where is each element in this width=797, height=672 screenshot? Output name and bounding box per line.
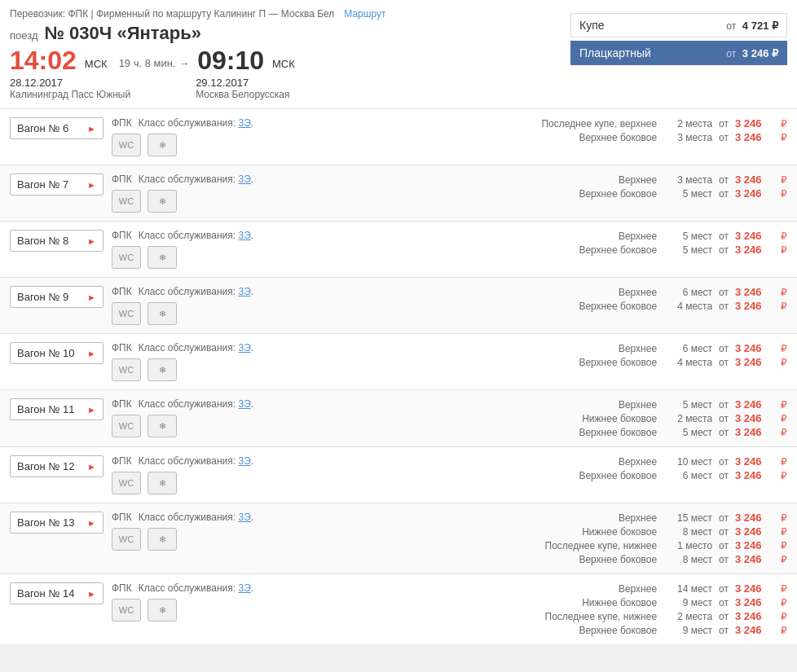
ticket-type-kupe[interactable]: Купе от 4 721 ₽ bbox=[570, 13, 787, 37]
seat-count: 9 мест bbox=[663, 625, 712, 636]
ticket-types-panel: Купе от 4 721 ₽ Плацкартный от 3 246 ₽ bbox=[561, 7, 797, 72]
service-class-link[interactable]: 3Э bbox=[238, 173, 250, 185]
service-class-link[interactable]: 3Э bbox=[238, 582, 250, 594]
train-label: поезд bbox=[10, 29, 37, 42]
seat-row: Верхнее боковое 4 места от 3 246 ₽ bbox=[283, 356, 787, 368]
price-prefix: от bbox=[719, 526, 729, 538]
seat-count: 15 мест bbox=[663, 512, 712, 524]
wagon-button[interactable]: Вагон № 11► bbox=[10, 398, 103, 420]
carrier-info: Перевозчик: ФПК | Фирменный по маршруту … bbox=[10, 8, 334, 20]
seat-type: Верхнее bbox=[535, 343, 657, 354]
price-currency: ₽ bbox=[781, 427, 787, 438]
seat-price: 3 246 bbox=[735, 455, 774, 468]
wagon-icons-row: WC❄ bbox=[112, 134, 275, 156]
wagon-button[interactable]: Вагон № 13► bbox=[10, 512, 103, 534]
seat-price: 3 246 bbox=[735, 624, 774, 636]
price-prefix: от bbox=[719, 399, 729, 411]
wagon-icons-row: WC❄ bbox=[112, 246, 275, 269]
wagon-button[interactable]: Вагон № 10► bbox=[10, 342, 103, 364]
price-currency: ₽ bbox=[781, 540, 787, 551]
seat-count: 14 мест bbox=[663, 583, 712, 595]
service-class-link[interactable]: 3Э bbox=[238, 117, 250, 129]
wagon-info-row: ФПККласс обслуживания: 3Э. bbox=[112, 582, 275, 594]
seat-type: Верхнее bbox=[535, 399, 657, 411]
seat-count: 3 места bbox=[663, 132, 712, 143]
service-class-link[interactable]: 3Э bbox=[238, 230, 250, 241]
snowflake-icon: ❄ bbox=[148, 302, 177, 325]
wagon-info-row: ФПККласс обслуживания: 3Э. bbox=[112, 230, 275, 241]
kupe-price: от 4 721 ₽ bbox=[726, 20, 778, 32]
service-class: Класс обслуживания: 3Э. bbox=[139, 398, 253, 410]
wagon-button[interactable]: Вагон № 12► bbox=[10, 455, 103, 477]
wagon-number-label: Вагон № 12 bbox=[17, 460, 74, 472]
wagon-info-row: ФПККласс обслуживания: 3Э. bbox=[112, 512, 275, 523]
seat-type: Верхнее bbox=[535, 512, 657, 524]
service-class: Класс обслуживания: 3Э. bbox=[139, 117, 253, 129]
seats-panel: Верхнее 5 мест от 3 246 ₽ Нижнее боковое… bbox=[283, 398, 787, 438]
price-currency: ₽ bbox=[781, 597, 787, 608]
wagon-button[interactable]: Вагон № 8► bbox=[10, 230, 103, 252]
seat-type: Верхнее bbox=[535, 287, 657, 298]
price-currency: ₽ bbox=[781, 118, 787, 130]
wagon-row: Вагон № 6►ФПККласс обслуживания: 3Э.WC❄ … bbox=[0, 108, 797, 165]
wagon-number-label: Вагон № 9 bbox=[17, 291, 68, 303]
seat-row: Нижнее боковое 2 места от 3 246 ₽ bbox=[283, 412, 787, 424]
company-label: ФПК bbox=[112, 173, 132, 185]
seat-price: 3 246 bbox=[735, 131, 774, 143]
price-prefix: от bbox=[719, 470, 729, 481]
ticket-type-platzkart[interactable]: Плацкартный от 3 246 ₽ bbox=[570, 41, 787, 65]
price-currency: ₽ bbox=[781, 583, 787, 595]
seat-price: 3 246 bbox=[735, 244, 774, 256]
platzkart-price: от 3 246 ₽ bbox=[726, 47, 778, 59]
seat-type: Верхнее боковое bbox=[535, 470, 657, 481]
wagon-button[interactable]: Вагон № 7► bbox=[10, 173, 103, 195]
seat-price: 3 246 bbox=[735, 117, 774, 130]
seat-price: 3 246 bbox=[735, 512, 774, 524]
seat-price: 3 246 bbox=[735, 525, 774, 538]
wagon-row: Вагон № 9►ФПККласс обслуживания: 3Э.WC❄ … bbox=[0, 277, 797, 333]
service-class: Класс обслуживания: 3Э. bbox=[139, 582, 253, 594]
seat-price: 3 246 bbox=[735, 596, 774, 608]
seat-row: Верхнее боковое 6 мест от 3 246 ₽ bbox=[283, 469, 787, 481]
wagon-info-row: ФПККласс обслуживания: 3Э. bbox=[112, 173, 275, 185]
departure-time: 14:02 bbox=[10, 47, 77, 73]
route-link[interactable]: Маршрут bbox=[344, 8, 385, 20]
seat-count: 5 мест bbox=[663, 231, 712, 242]
price-currency: ₽ bbox=[781, 287, 787, 298]
service-class-link[interactable]: 3Э bbox=[238, 455, 250, 467]
price-currency: ₽ bbox=[781, 611, 787, 622]
arrival-time: 09:10 bbox=[197, 47, 264, 73]
price-prefix: от bbox=[719, 625, 729, 636]
seat-row: Верхнее боковое 3 места от 3 246 ₽ bbox=[283, 131, 787, 143]
seat-price: 3 246 bbox=[735, 356, 774, 368]
snowflake-icon: ❄ bbox=[148, 246, 177, 269]
seat-price: 3 246 bbox=[735, 187, 774, 200]
price-prefix: от bbox=[719, 343, 729, 354]
price-prefix: от bbox=[719, 456, 729, 468]
wagons-list: Вагон № 6►ФПККласс обслуживания: 3Э.WC❄ … bbox=[0, 108, 797, 644]
seat-row: Верхнее 15 мест от 3 246 ₽ bbox=[283, 512, 787, 524]
service-class-link[interactable]: 3Э bbox=[238, 398, 250, 410]
seat-type: Верхнее bbox=[535, 456, 657, 468]
service-class: Класс обслуживания: 3Э. bbox=[139, 455, 253, 467]
seat-count: 5 мест bbox=[663, 188, 712, 200]
wagon-icons-row: WC❄ bbox=[112, 415, 275, 437]
wagon-chevron-icon: ► bbox=[87, 236, 96, 246]
price-currency: ₽ bbox=[781, 554, 787, 565]
seat-count: 6 мест bbox=[663, 343, 712, 354]
service-class-link[interactable]: 3Э bbox=[238, 286, 250, 297]
wagon-info-row: ФПККласс обслуживания: 3Э. bbox=[112, 342, 275, 354]
seat-price: 3 246 bbox=[735, 398, 774, 411]
wagon-button[interactable]: Вагон № 6► bbox=[10, 117, 103, 139]
wagon-button[interactable]: Вагон № 14► bbox=[10, 582, 103, 604]
wc-icon: WC bbox=[112, 302, 141, 325]
wagon-button[interactable]: Вагон № 9► bbox=[10, 286, 103, 308]
service-class-link[interactable]: 3Э bbox=[238, 342, 250, 354]
duration-arrow: 19 ч. 8 мин. → bbox=[119, 57, 190, 69]
service-class: Класс обслуживания: 3Э. bbox=[139, 512, 253, 523]
service-class-link[interactable]: 3Э bbox=[238, 512, 250, 523]
seat-type: Верхнее боковое bbox=[535, 132, 657, 143]
price-currency: ₽ bbox=[781, 470, 787, 481]
price-currency: ₽ bbox=[781, 399, 787, 411]
arrival-date: 29.12.2017 bbox=[196, 77, 289, 89]
